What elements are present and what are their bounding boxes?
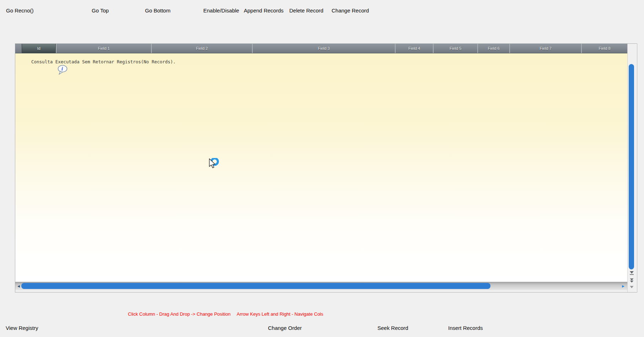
delete-record-button[interactable]: Delete Record	[289, 7, 323, 14]
busy-pointer-cursor-icon	[203, 158, 221, 175]
column-header-field4[interactable]: Field 4	[395, 44, 433, 53]
column-header-field2[interactable]: Field 2	[151, 44, 252, 53]
svg-text:i: i	[61, 66, 63, 72]
go-top-button[interactable]: Go Top	[92, 7, 109, 14]
grid-header-row: Id Field 1 Field 2 Field 3 Field 4 Field…	[15, 44, 627, 53]
seek-record-button[interactable]: Seek Record	[377, 325, 408, 331]
column-header-id[interactable]: Id	[22, 44, 56, 53]
browse-grid: Id Field 1 Field 2 Field 3 Field 4 Field…	[15, 43, 637, 293]
info-bubble-icon: i	[57, 65, 69, 75]
grid-main-area: Id Field 1 Field 2 Field 3 Field 4 Field…	[15, 44, 627, 292]
change-order-button[interactable]: Change Order	[268, 325, 302, 331]
panel-bottom-strip	[15, 290, 627, 292]
row-selector-header	[15, 44, 22, 53]
vertical-scrollbar-thumb[interactable]	[629, 64, 634, 269]
vertical-scrollbar[interactable]	[627, 44, 637, 292]
column-header-field3[interactable]: Field 3	[252, 44, 395, 53]
scroll-left-arrow-icon[interactable]: ◄	[17, 283, 21, 289]
change-record-button[interactable]: Change Record	[332, 7, 369, 14]
go-bottom-button[interactable]: Go Bottom	[145, 7, 171, 14]
line-down-icon[interactable]	[629, 284, 634, 290]
column-header-field1[interactable]: Field 1	[56, 44, 151, 53]
view-registry-button[interactable]: View Registry	[6, 325, 38, 331]
drag-drop-hint-text: Click Column - Drag And Drop -> Change P…	[128, 311, 231, 317]
no-records-message: Consulta Executada Sem Retornar Registro…	[31, 59, 176, 64]
append-records-button[interactable]: Append Records	[244, 7, 284, 14]
column-header-field5[interactable]: Field 5	[433, 44, 477, 53]
enable-disable-button[interactable]: Enable/Disable	[203, 7, 239, 14]
column-header-field6[interactable]: Field 6	[477, 44, 509, 53]
grid-body[interactable]: Consulta Executada Sem Retornar Registro…	[15, 53, 627, 282]
app-window: { "toolbar": { "items": [ {"label": "Go …	[0, 0, 644, 337]
insert-records-button[interactable]: Insert Records	[448, 325, 483, 331]
arrow-keys-hint-text: Arrow Keys Left and Right - Navigate Col…	[237, 311, 323, 317]
go-bottom-icon[interactable]	[629, 270, 634, 275]
page-down-icon[interactable]	[629, 278, 634, 283]
scroll-right-arrow-icon[interactable]: ►	[621, 283, 625, 289]
horizontal-scrollbar-thumb[interactable]	[21, 283, 490, 289]
column-header-field8[interactable]: Field 8	[581, 44, 627, 53]
go-recno-button[interactable]: Go Recno()	[6, 7, 34, 14]
column-header-field7[interactable]: Field 7	[509, 44, 581, 53]
horizontal-scrollbar[interactable]: ◄ ►	[15, 282, 627, 290]
